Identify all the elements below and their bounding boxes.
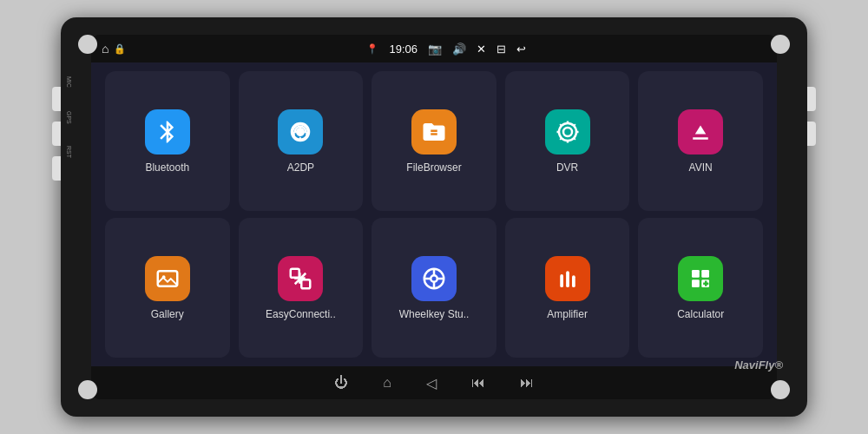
dvr-icon	[545, 109, 590, 155]
svg-rect-1	[292, 132, 295, 136]
app-row-1: Bluetooth ♦	[105, 71, 763, 211]
app-calculator[interactable]: Calculator	[638, 218, 763, 358]
mic-label: MIC	[66, 76, 72, 88]
app-gallery[interactable]: Gallery	[105, 218, 230, 358]
svg-rect-26	[560, 274, 563, 287]
status-bar: ⌂ 🔒 📍 19:06 📷 🔊 ✕ ⊟ ↩	[91, 35, 777, 62]
svg-point-4	[559, 123, 576, 141]
app-row-2: Gallery EasyConnecti..	[105, 218, 763, 358]
home-nav-button[interactable]: ⌂	[383, 375, 391, 391]
gps-label: GPS	[66, 111, 72, 124]
dvr-label: DVR	[556, 161, 578, 174]
avin-label: AVIN	[689, 161, 713, 174]
app-bluetooth[interactable]: Bluetooth	[105, 71, 230, 211]
app-amplifier[interactable]: Amplifier	[505, 218, 630, 358]
calculator-label: Calculator	[677, 308, 724, 320]
left-button-2[interactable]	[52, 122, 61, 146]
filebrowser-label: FileBrowser	[406, 161, 461, 174]
car-unit: MIC GPS RST ⌂ 🔒 📍 19:06 📷 🔊 ✕ ⊟ ↩	[61, 17, 807, 417]
svg-rect-28	[572, 275, 575, 287]
mount-br	[771, 380, 790, 399]
svg-rect-30	[701, 270, 709, 278]
gallery-icon	[145, 256, 190, 301]
easyconnect-label: EasyConnecti..	[266, 308, 336, 320]
time-display: 19:06	[389, 43, 418, 56]
app-a2dp[interactable]: ♦ A2DP	[239, 71, 364, 211]
app-filebrowser[interactable]: FileBrowser	[372, 71, 496, 211]
bottom-nav: ⏻ ⌂ ◁ ⏮ ⏭	[91, 366, 777, 399]
svg-line-10	[560, 124, 562, 126]
lock-icon: 🔒	[114, 43, 126, 55]
app-dvr[interactable]: DVR	[505, 71, 630, 211]
svg-point-21	[431, 275, 437, 282]
svg-rect-27	[566, 271, 569, 287]
svg-rect-17	[291, 268, 299, 277]
right-button-2[interactable]	[807, 122, 816, 146]
rst-label: RST	[66, 146, 72, 158]
bluetooth-icon	[145, 109, 190, 155]
gallery-label: Gallery	[151, 308, 184, 320]
easyconnect-icon	[278, 256, 323, 301]
home-icon[interactable]: ⌂	[102, 42, 108, 56]
close-icon[interactable]: ✕	[477, 43, 486, 56]
a2dp-icon: ♦	[278, 109, 323, 155]
mount-tl	[78, 35, 97, 54]
calculator-icon	[678, 256, 723, 301]
svg-line-12	[574, 124, 575, 126]
svg-point-5	[563, 128, 572, 136]
svg-rect-29	[692, 270, 700, 278]
svg-rect-15	[158, 271, 178, 286]
app-grid: Bluetooth ♦	[91, 62, 777, 366]
bluetooth-label: Bluetooth	[145, 161, 189, 174]
power-nav-button[interactable]: ⏻	[334, 375, 348, 391]
app-avin[interactable]: AVIN	[638, 71, 763, 211]
window-icon[interactable]: ⊟	[496, 43, 506, 56]
wheelkey-label: Wheelkey Stu..	[399, 308, 470, 320]
status-center: 📍 19:06 📷 🔊 ✕ ⊟ ↩	[126, 43, 766, 56]
next-nav-button[interactable]: ⏭	[520, 375, 534, 391]
svg-text:♦: ♦	[299, 134, 302, 140]
prev-nav-button[interactable]: ⏮	[471, 375, 485, 391]
wheelkey-icon	[411, 256, 457, 301]
svg-rect-18	[302, 279, 311, 288]
svg-line-11	[574, 138, 575, 140]
app-wheelkey[interactable]: Wheelkey Stu..	[372, 218, 496, 358]
camera-icon: 📷	[428, 43, 442, 56]
app-easyconnect[interactable]: EasyConnecti..	[239, 218, 364, 358]
mount-bl	[78, 380, 97, 399]
svg-rect-2	[306, 132, 310, 136]
filebrowser-icon	[411, 109, 457, 155]
svg-rect-31	[692, 279, 700, 287]
back-nav-button[interactable]: ◁	[426, 375, 437, 391]
right-button-1[interactable]	[807, 87, 816, 111]
status-left: ⌂ 🔒	[102, 42, 126, 56]
location-icon: 📍	[366, 43, 378, 55]
screen: ⌂ 🔒 📍 19:06 📷 🔊 ✕ ⊟ ↩	[91, 35, 777, 399]
svg-line-13	[560, 138, 562, 140]
left-button-3[interactable]	[52, 156, 61, 181]
left-button-1[interactable]	[52, 87, 61, 111]
amplifier-label: Amplifier	[547, 308, 588, 320]
avin-icon	[678, 109, 723, 155]
a2dp-label: A2DP	[287, 161, 314, 174]
volume-icon[interactable]: 🔊	[452, 43, 466, 56]
amplifier-icon	[545, 256, 590, 301]
mount-tr	[771, 35, 790, 54]
back-icon[interactable]: ↩	[516, 43, 526, 56]
